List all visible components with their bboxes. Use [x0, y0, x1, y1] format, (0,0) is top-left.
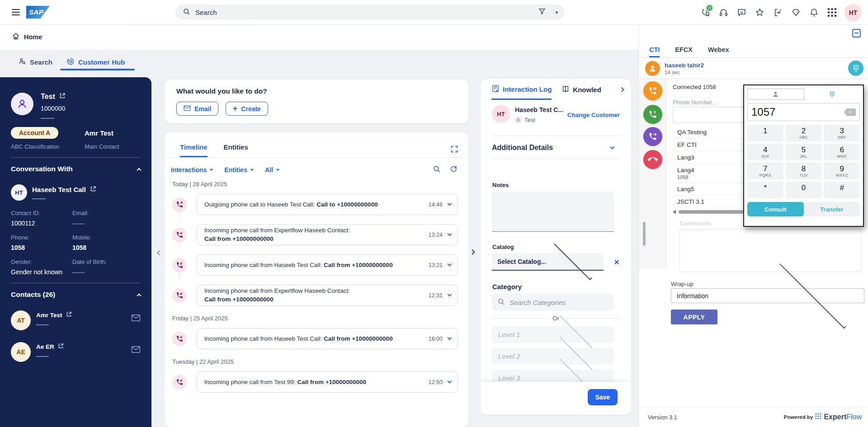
chevron-down-icon[interactable]	[448, 336, 452, 340]
dialpad-key[interactable]: 1	[747, 125, 783, 141]
email-button[interactable]: Email	[176, 102, 218, 116]
dialpad-key[interactable]: 2 ABC	[786, 125, 822, 141]
additional-details-toggle[interactable]: Additional Details	[492, 144, 614, 152]
dialpad-key[interactable]: 3 DEF	[824, 125, 860, 141]
chevron-down-icon[interactable]	[448, 292, 452, 297]
next-tabs-icon[interactable]	[620, 86, 626, 94]
dialpad-key[interactable]: 8 TUV	[786, 163, 822, 179]
tab-home[interactable]: Home	[12, 32, 42, 42]
chevron-down-icon[interactable]	[448, 202, 452, 206]
open-account-icon[interactable]	[59, 93, 66, 101]
chevron-down-icon[interactable]	[448, 232, 452, 236]
caller-name[interactable]: haseeb tahir2	[665, 62, 704, 69]
chevron-down-icon[interactable]	[448, 379, 452, 384]
timeline-entry-card[interactable]: Outgoing phone call to Haseeb Test Call:…	[197, 194, 458, 215]
timeline-entry-card[interactable]: Incoming phone call from Haseeb Test Cal…	[197, 254, 458, 276]
fullscreen-icon[interactable]	[450, 145, 458, 155]
feedback-chat-icon[interactable]	[732, 4, 750, 22]
tab-customer-hub[interactable]: Customer Hub	[66, 57, 125, 67]
level-1-select[interactable]: Level 1	[492, 326, 614, 343]
transfer-call-button[interactable]	[643, 127, 662, 146]
premium-diamond-icon[interactable]	[787, 4, 805, 22]
dialpad-key[interactable]: 5 JKL	[786, 144, 822, 160]
tab-webex[interactable]: Webex	[708, 43, 729, 57]
collapse-sidebar-icon[interactable]	[156, 249, 161, 258]
search-icon[interactable]	[433, 165, 441, 174]
hold-call-button[interactable]	[643, 81, 662, 100]
user-avatar[interactable]: HT	[844, 4, 862, 21]
category-search-input[interactable]	[509, 299, 591, 306]
filter-icon[interactable]	[538, 7, 546, 17]
catalog-select[interactable]: Select Catalog...	[492, 253, 604, 271]
email-icon[interactable]	[131, 314, 141, 324]
dialpad-key[interactable]: 0	[786, 182, 822, 198]
favorites-star-icon[interactable]	[750, 4, 769, 22]
create-button[interactable]: + Create	[226, 102, 268, 116]
notes-textarea[interactable]	[492, 192, 614, 232]
transfer-button[interactable]: Transfer	[804, 202, 860, 216]
timeline-entry-card[interactable]: Incoming phone call from Haseeb Test Cal…	[197, 328, 458, 349]
value-dash	[41, 118, 54, 119]
horizontal-scrollbar[interactable]	[673, 210, 745, 214]
dialpad-key[interactable]: #	[824, 182, 860, 198]
agent-status-phone-icon[interactable]	[696, 4, 714, 22]
filter-all[interactable]: All	[265, 166, 279, 174]
global-search-input[interactable]	[195, 9, 538, 16]
dialpad-key[interactable]: 4 GHI	[747, 144, 783, 160]
dialpad-number-input[interactable]	[751, 106, 844, 118]
tab-search[interactable]: Search	[18, 57, 52, 67]
global-search[interactable]	[175, 5, 565, 20]
category-search[interactable]	[492, 294, 614, 311]
filter-interactions[interactable]: Interactions	[171, 166, 212, 174]
dialpad-key[interactable]: 9 WXYZ	[824, 163, 860, 179]
timeline-entry-card[interactable]: Incoming phone call from Expertflow Hase…	[197, 285, 458, 306]
export-icon[interactable]	[769, 4, 787, 22]
refresh-icon[interactable]	[449, 165, 458, 174]
timeline-entry-card[interactable]: Incoming phone call from Expertflow Hase…	[197, 224, 458, 245]
scrollbar-thumb[interactable]	[679, 210, 745, 214]
backspace-icon[interactable]: ×	[844, 108, 856, 116]
search-go-icon[interactable]	[555, 10, 558, 14]
vertical-scrollbar[interactable]	[643, 222, 646, 246]
dialpad-contacts-tab[interactable]	[747, 89, 804, 100]
notifications-bell-icon[interactable]	[805, 4, 823, 22]
collapse-section-icon[interactable]	[137, 168, 142, 172]
headset-icon[interactable]	[714, 4, 732, 22]
tab-interaction-log[interactable]: Interaction Log	[491, 84, 552, 100]
tab-timeline[interactable]: Timeline	[180, 143, 208, 157]
comments-textarea[interactable]	[679, 229, 861, 272]
scroll-left-icon[interactable]	[673, 210, 676, 214]
consult-call-button[interactable]: ?	[643, 105, 662, 124]
apply-button[interactable]: APPLY	[671, 310, 717, 324]
wrapup-select[interactable]: Information	[671, 288, 864, 303]
dialpad-key[interactable]: *	[747, 182, 783, 198]
expand-panel-icon[interactable]	[470, 249, 476, 257]
filter-entities[interactable]: Entities	[224, 166, 253, 174]
consult-button[interactable]: Consult	[747, 202, 804, 216]
tab-efcx[interactable]: EFCX	[675, 43, 693, 57]
level-2-select[interactable]: Level 2	[492, 348, 614, 365]
collapse-section-icon[interactable]	[137, 293, 142, 298]
sap-logo[interactable]: SAP	[26, 6, 50, 19]
app-grid-icon[interactable]	[823, 4, 841, 22]
minimize-panel-icon[interactable]	[852, 29, 861, 38]
menu-icon[interactable]	[12, 9, 20, 15]
dialpad-toggle-button[interactable]	[848, 61, 863, 76]
tab-knowledge[interactable]: Knowled	[561, 84, 601, 94]
chevron-down-icon[interactable]	[448, 262, 452, 267]
tab-entities[interactable]: Entities	[224, 143, 248, 157]
change-customer-link[interactable]: Change Customer	[567, 112, 620, 118]
save-button[interactable]: Save	[588, 389, 618, 405]
dialpad-key[interactable]: 6 MNO	[824, 144, 860, 160]
open-contact-icon[interactable]	[90, 186, 96, 193]
timeline-entry-card[interactable]: Incoming phone call from Test 99: Call f…	[197, 371, 458, 393]
tab-cti[interactable]: CTI	[649, 43, 660, 57]
dialpad-key[interactable]: 7 PQRS	[747, 163, 783, 179]
powered-by-label: Powered by	[784, 414, 813, 420]
email-icon[interactable]	[131, 346, 141, 355]
open-contact-icon[interactable]	[58, 343, 64, 350]
dialpad-keypad-tab[interactable]	[804, 89, 860, 100]
open-contact-icon[interactable]	[66, 311, 72, 319]
end-call-button[interactable]	[643, 150, 662, 169]
clear-catalog-icon[interactable]: ×	[614, 258, 619, 267]
